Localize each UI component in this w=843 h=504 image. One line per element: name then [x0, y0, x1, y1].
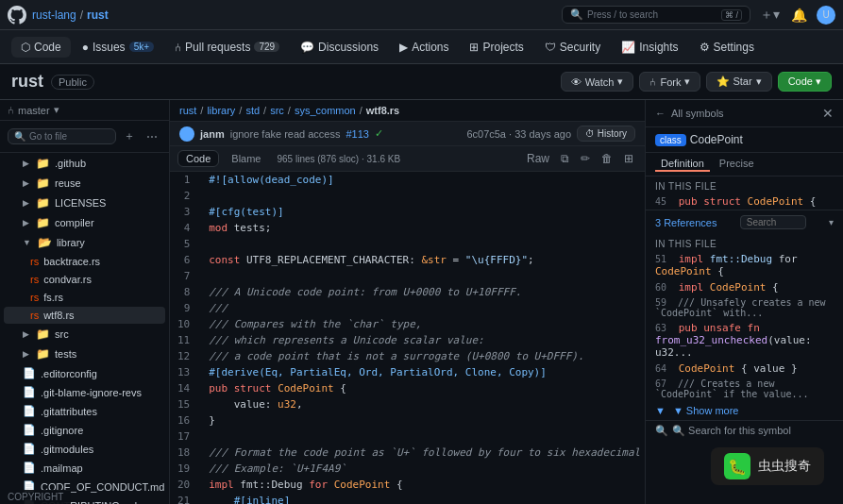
sidebar-item-gitattributes[interactable]: 📄 .gitattributes: [4, 402, 165, 420]
refs-in-file-label: In this file: [646, 234, 843, 251]
nav-code[interactable]: ⬡ Code: [11, 37, 71, 58]
sidebar-item-src[interactable]: ▶ 📁 src: [4, 325, 165, 344]
copy-raw-button[interactable]: ⧉: [557, 150, 573, 167]
line-number: 5: [170, 236, 201, 252]
file-search-input[interactable]: 🔍 Go to file: [8, 128, 116, 144]
def-prec-tabs: Definition Precise: [646, 153, 843, 176]
user-avatar[interactable]: U: [817, 6, 835, 25]
blame-tab[interactable]: Blame: [223, 150, 269, 167]
file-path-bar: rust / library / std / src / sys_common …: [170, 100, 645, 122]
class-badge: class: [655, 134, 686, 146]
folder-icon: 📁: [36, 157, 50, 170]
close-symbols-button[interactable]: ✕: [822, 106, 834, 121]
add-file-button[interactable]: ＋: [120, 126, 139, 146]
code-table: 1#![allow(dead_code)]23#[cfg(test)]4mod …: [170, 172, 645, 504]
nav-settings-label: Settings: [714, 41, 754, 54]
search-symbol-label: 🔍 Search for this symbol: [672, 425, 791, 437]
commit-hash: 6c07c5a · 33 days ago: [466, 128, 571, 140]
sym-ref-line[interactable]: 63 pub unsafe fn from_u32_unchecked(valu…: [646, 320, 843, 361]
pencil-button[interactable]: ✏: [577, 150, 594, 167]
nav-settings[interactable]: ⚙ Settings: [690, 37, 764, 58]
table-row: 14pub struct CodePoint {: [170, 380, 645, 396]
breadcrumb-repo[interactable]: rust: [87, 8, 109, 22]
sidebar-item-mailmap[interactable]: 📄 .mailmap: [4, 459, 165, 477]
nav-prs[interactable]: ⑃ Pull requests 729: [165, 37, 289, 58]
breadcrumb-org[interactable]: rust-lang: [32, 8, 76, 22]
history-button[interactable]: ⏱ History: [577, 126, 635, 142]
sidebar-item-github[interactable]: ▶ 📁 .github: [4, 154, 165, 173]
more-button[interactable]: ⊞: [620, 150, 637, 167]
projects-icon: ⊞: [469, 41, 479, 54]
sidebar-item-gitblame[interactable]: 📄 .git-blame-ignore-revs: [4, 383, 165, 401]
nav-actions[interactable]: ▶ Actions: [390, 37, 458, 58]
fork-button[interactable]: ⑃ Fork ▾: [639, 72, 700, 92]
sidebar-item-fs[interactable]: rs fs.rs: [4, 289, 165, 306]
raw-button[interactable]: Raw: [523, 150, 553, 167]
precise-tab[interactable]: Precise: [714, 157, 760, 172]
folder-icon: 📁: [36, 328, 50, 341]
definition-tab[interactable]: Definition: [655, 157, 710, 172]
back-to-symbols-button[interactable]: ←: [655, 108, 666, 119]
sidebar-item-label: wtf8.rs: [43, 310, 74, 321]
watch-button[interactable]: 👁 Watch ▾: [561, 72, 634, 92]
all-symbols-label: All symbols: [671, 108, 724, 119]
refs-search-input[interactable]: [740, 215, 806, 229]
eye-icon: 👁: [571, 76, 582, 88]
search-icon: 🔍: [570, 8, 583, 21]
code-tab[interactable]: Code: [177, 150, 219, 167]
sym-def-line[interactable]: 45 pub struct CodePoint {: [646, 193, 843, 210]
chevron-right-icon: ▶: [23, 218, 29, 227]
nav-issues-label: Issues: [93, 41, 126, 54]
references-header[interactable]: 3 References ▾: [646, 210, 843, 234]
sym-ref-line[interactable]: 64 CodePoint { value }: [646, 361, 843, 377]
sym-ref-line[interactable]: 60 impl CodePoint {: [646, 279, 843, 295]
show-more-button[interactable]: ▼ ▼ Show more: [646, 401, 843, 420]
sym-ref-line[interactable]: 59 /// Unsafely creates a new `CodePoint…: [646, 295, 843, 320]
branch-selector[interactable]: ⑃ master ▾: [0, 100, 169, 121]
breadcrumb: rust-lang / rust: [32, 8, 109, 22]
github-logo-icon[interactable]: [8, 6, 26, 25]
line-number: 17: [170, 428, 201, 445]
filepath-src[interactable]: src: [270, 105, 284, 116]
sidebar-item-editorconfig[interactable]: 📄 .editorconfig: [4, 364, 165, 382]
branch-name: master: [18, 105, 50, 116]
sidebar-item-condvar[interactable]: rs condvar.rs: [4, 271, 165, 288]
sidebar-item-gitignore[interactable]: 📄 .gitignore: [4, 421, 165, 439]
code-button[interactable]: Code ▾: [778, 72, 832, 92]
sidebar-item-library[interactable]: ▼ 📂 library: [4, 233, 165, 252]
refs-count-label: 3 References: [655, 217, 717, 228]
visibility-badge: Public: [51, 75, 94, 90]
sidebar-item-compiler[interactable]: ▶ 📁 compiler: [4, 213, 165, 232]
trash-button[interactable]: 🗑: [598, 150, 616, 167]
nav-insights[interactable]: 📈 Insights: [612, 37, 687, 58]
sym-ref-line[interactable]: 51 impl fmt::Debug for CodePoint {: [646, 251, 843, 279]
filepath-std[interactable]: std: [245, 105, 260, 116]
nav-issues[interactable]: ● Issues 5k+: [73, 37, 163, 58]
plus-button[interactable]: ＋▾: [758, 5, 782, 25]
top-nav: rust-lang / rust 🔍 Press / to search ⌘ /…: [0, 0, 843, 30]
nav-projects[interactable]: ⊞ Projects: [460, 37, 532, 58]
sidebar-item-licenses[interactable]: ▶ 📁 LICENSES: [4, 193, 165, 212]
global-search[interactable]: 🔍 Press / to search ⌘ /: [562, 6, 750, 24]
sidebar-item-reuse[interactable]: ▶ 📁 reuse: [4, 174, 165, 193]
nav-discussions[interactable]: 💬 Discussions: [291, 37, 388, 58]
bell-button[interactable]: 🔔: [789, 6, 809, 25]
filepath-library[interactable]: library: [207, 105, 235, 116]
commit-issue-link[interactable]: #113: [346, 128, 368, 140]
sidebar-item-backtrace[interactable]: rs backtrace.rs: [4, 253, 165, 270]
sidebar-item-tests[interactable]: ▶ 📁 tests: [4, 344, 165, 363]
pencil-icon: ✏: [581, 152, 590, 165]
filepath-file[interactable]: wtf8.rs: [366, 105, 399, 116]
sym-ref-line[interactable]: 67 /// Creates a new `CodePoint` if the …: [646, 377, 843, 401]
sidebar-item-gitmodules[interactable]: 📄 .gitmodules: [4, 440, 165, 458]
chevron-down-icon: ▾: [829, 217, 834, 227]
nav-security[interactable]: 🛡 Security: [535, 37, 610, 58]
more-options-button[interactable]: ⋯: [143, 128, 161, 145]
star-button[interactable]: ⭐ Star ▾: [706, 72, 771, 92]
table-row: 8/// A Unicode code point: from U+0000 t…: [170, 284, 645, 300]
line-number: 19: [170, 461, 201, 477]
search-symbol-button[interactable]: 🔍 🔍 Search for this symbol: [646, 420, 843, 441]
filepath-rust[interactable]: rust: [179, 105, 196, 116]
sidebar-item-wtf8[interactable]: rs wtf8.rs: [4, 307, 165, 324]
filepath-sys-common[interactable]: sys_common: [295, 105, 356, 116]
